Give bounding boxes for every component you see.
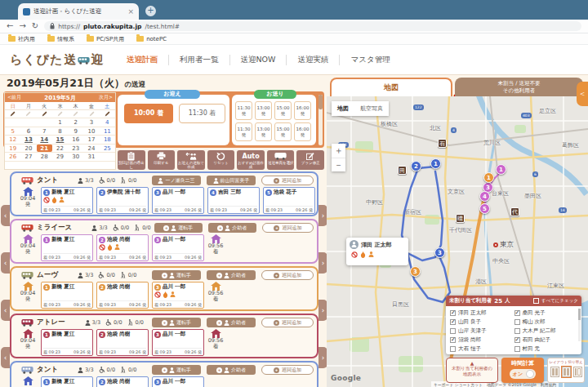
time-calc-toggle[interactable]: オン	[510, 369, 536, 379]
edit-pencil-icon[interactable]	[5, 110, 20, 118]
map-type-map-button[interactable]: 地図	[332, 101, 354, 116]
scroll-left-tab[interactable]: ‹	[1, 347, 10, 368]
time-calc-button[interactable]: 時間計算 オン	[501, 358, 544, 383]
stop-marker[interactable]: 1	[496, 164, 506, 175]
driver-button[interactable]: 一ノ瀬良二三	[152, 176, 201, 185]
back-icon[interactable]: ←	[7, 22, 13, 30]
passenger-card[interactable]: 2池袋 尚樹着 09:2309:26 発	[96, 329, 149, 356]
stop-marker[interactable]: 5	[479, 203, 490, 214]
calendar-day[interactable]	[20, 118, 36, 127]
driver-button[interactable]: +運転手	[154, 223, 203, 233]
dropoff-time-button[interactable]: 15:00発	[274, 122, 292, 141]
calendar-day[interactable]: 22	[52, 144, 68, 153]
calendar-day[interactable]: 9	[68, 127, 83, 136]
reverse-button[interactable]: お迎えの逆順で作成	[177, 150, 205, 170]
calendar-day[interactable]	[83, 161, 99, 170]
stop-marker[interactable]: 3	[434, 247, 445, 258]
calendar-day[interactable]: 23	[68, 144, 83, 153]
calendar-day[interactable]: 7	[37, 127, 52, 136]
dropoff-time-button[interactable]: 13:00発	[255, 101, 272, 120]
passenger-card[interactable]: 3品川 一郎着 09:2309:26 発	[152, 234, 204, 261]
calendar-day[interactable]: 30	[68, 152, 83, 161]
user-checkbox[interactable]	[450, 346, 456, 352]
bookmark-item[interactable]: 情報系	[47, 35, 74, 43]
passenger-card[interactable]: 2池袋 尚樹着 09:2309:26 発	[96, 282, 149, 309]
user-checkbox[interactable]	[514, 346, 520, 352]
stop-marker[interactable]: 1	[483, 172, 494, 183]
passenger-card[interactable]: 2池袋 尚樹	[96, 376, 149, 387]
edit-pencil-icon[interactable]	[20, 110, 36, 118]
scroll-left-tab[interactable]: ‹	[1, 300, 10, 321]
user-checkbox[interactable]	[450, 328, 456, 334]
calendar-day[interactable]: 24	[83, 144, 99, 153]
dropoff-time-button[interactable]: 15:00発	[274, 101, 292, 120]
nav-item-送迎計画[interactable]: 送迎計画	[116, 55, 168, 65]
edit-pencil-icon[interactable]	[83, 110, 99, 118]
check-all-checkbox[interactable]	[533, 298, 539, 304]
scroll-right-tab[interactable]: ›	[318, 252, 327, 274]
calendar-day[interactable]: 18	[100, 135, 115, 144]
calendar-day[interactable]	[100, 152, 115, 161]
unassigned-scrollbar[interactable]	[578, 309, 581, 341]
next-month-button[interactable]: 次月>	[99, 94, 113, 101]
driver-button[interactable]: +運転手	[152, 318, 201, 327]
user-checkbox[interactable]	[514, 310, 520, 316]
stop-marker[interactable]: 1	[430, 158, 441, 169]
scroll-right-tab[interactable]: ›	[318, 205, 327, 226]
passenger-card[interactable]: 1新橋 夏江着 09:2309:26 発	[41, 329, 93, 356]
calendar-day[interactable]: 31	[83, 152, 99, 161]
calendar-day[interactable]: 14	[37, 135, 52, 144]
calendar-day[interactable]: 8	[52, 127, 68, 136]
scroll-left-tab[interactable]: ‹	[1, 252, 10, 274]
edit-pencil-icon[interactable]	[100, 110, 115, 118]
helper-button[interactable]: +介助者	[207, 270, 256, 280]
zoom-out-button[interactable]: －	[332, 158, 345, 171]
tab-unassigned-users[interactable]: 未割当 / 送迎不要 その他利用者	[455, 78, 583, 96]
auto-button[interactable]: Autoおすすめ計画作成	[237, 150, 265, 170]
pickup-time-button-selected[interactable]: 10:00 着	[124, 104, 173, 123]
calendar-day[interactable]: 6	[20, 127, 36, 136]
helper-button[interactable]: +介助者	[207, 318, 256, 327]
helper-button[interactable]: 前山田富美子	[207, 176, 256, 185]
calendar-day[interactable]	[37, 161, 52, 170]
passenger-card[interactable]: 1新橋 夏江着 09:2309:26 発	[41, 282, 93, 309]
passenger-card[interactable]: 3品川 一郎	[152, 376, 204, 387]
calendar-day[interactable]: 21	[37, 144, 52, 153]
user-checkbox[interactable]	[514, 319, 520, 325]
calendar-day[interactable]: 16	[68, 135, 83, 144]
passenger-card[interactable]: 4吉田 三郎着 09:2309:26 発	[207, 187, 260, 214]
nav-item-送迎実績[interactable]: 送迎実績	[286, 55, 339, 65]
edit-button[interactable]: プラン修正	[296, 150, 324, 170]
forward-icon[interactable]: →	[19, 22, 25, 30]
layout-option-3[interactable]	[573, 367, 582, 377]
reset-button[interactable]: リセット	[207, 150, 235, 170]
layout-option-2[interactable]	[562, 367, 571, 377]
passenger-card[interactable]: 3品川 一郎着 09:2309:26 発	[152, 282, 204, 309]
calendar-day[interactable]	[5, 118, 20, 127]
calendar-day[interactable]: 25	[100, 144, 115, 153]
nav-item-利用者一覧[interactable]: 利用者一覧	[168, 55, 229, 65]
nav-item-マスタ管理[interactable]: マスタ管理	[339, 55, 400, 65]
map-user-popup[interactable]: 澤田 正太郎	[346, 238, 408, 265]
calendar-day[interactable]: 20	[20, 144, 36, 153]
passenger-card[interactable]: 3品川 一郎着 09:2309:26 発	[152, 329, 204, 356]
driver-button[interactable]: +運転手	[152, 270, 201, 280]
calendar-day[interactable]: 12	[5, 135, 20, 144]
calendar-day[interactable]: 2	[68, 118, 83, 127]
calendar-day[interactable]: 10	[83, 127, 99, 136]
passenger-card[interactable]: 1新橋 夏江着 09:2309:26 発	[41, 187, 93, 214]
map-type-satellite-button[interactable]: 航空写真	[354, 101, 389, 116]
tab-close-icon[interactable]: ×	[127, 7, 134, 16]
calendar-day[interactable]	[37, 118, 52, 127]
stop-marker[interactable]: 4	[479, 191, 490, 202]
calendar-day[interactable]	[5, 161, 20, 170]
scroll-right-tab[interactable]: ›	[318, 300, 327, 321]
calendar-day[interactable]	[100, 161, 115, 170]
calendar-day[interactable]	[52, 161, 68, 170]
times-scrollbar[interactable]	[318, 95, 323, 145]
browser-tab[interactable]: 送迎計画 - らくぴた送迎 ×	[18, 3, 139, 20]
show-unassigned-on-map-button[interactable]: ▲ 未割り当て利用者の 地図表示	[446, 358, 498, 383]
calendar-day[interactable]: 28	[37, 152, 52, 161]
dropoff-time-button[interactable]: 16:00発	[294, 101, 311, 120]
address-bar[interactable]: https://pluto.rakupita.jp/test.html#	[44, 21, 581, 31]
